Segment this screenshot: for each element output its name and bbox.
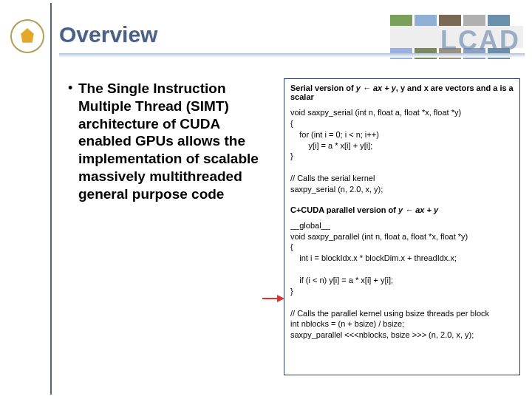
parallel-code: __global__ void saxpy_parallel (int n, f…: [290, 220, 514, 341]
slide-title: Overview: [59, 22, 157, 47]
code-box: Serial version of y ← ax + y, y and x ar…: [284, 78, 520, 375]
vertical-rule: [50, 3, 52, 395]
bullet-text: The Single Instruction Multiple Thread (…: [78, 80, 273, 202]
parallel-caption-prefix: C+CUDA parallel version of: [290, 205, 398, 214]
parallel-caption-expr: y ← ax + y: [398, 205, 438, 214]
bullet-list: • The Single Instruction Multiple Thread…: [68, 80, 273, 202]
crest-logo-icon: [10, 19, 44, 53]
serial-caption-expr: y ← ax + y: [356, 83, 396, 92]
spacer: [290, 195, 514, 205]
bullet-marker-icon: •: [68, 80, 78, 202]
serial-caption: Serial version of y ← ax + y, y and x ar…: [290, 83, 514, 101]
bullet-item: • The Single Instruction Multiple Thread…: [68, 80, 273, 202]
red-arrow-icon: [262, 296, 284, 301]
serial-caption-prefix: Serial version of: [290, 83, 356, 92]
parallel-caption: C+CUDA parallel version of y ← ax + y: [290, 205, 514, 214]
slide-header: Overview LCAD: [0, 10, 532, 58]
serial-code: void saxpy_serial (int n, float a, float…: [290, 107, 514, 195]
lcad-watermark: LCAD: [440, 25, 520, 56]
